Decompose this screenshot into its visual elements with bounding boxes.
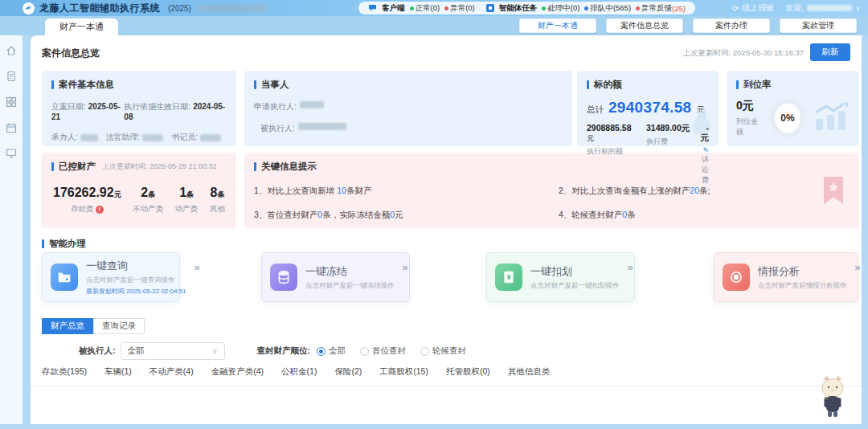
executee-label: 被执行人: — [79, 345, 116, 357]
chevron-double-icon: » — [194, 261, 200, 273]
last-update-info: 上次更新时间: 2025-05-30 15:16:37 — [683, 48, 805, 59]
one-click-query-label: 一键查询 — [86, 259, 186, 273]
tip-item-2: 2、对比上次查询金额有上涨的财产20条; — [559, 186, 849, 197]
category-row: 存款类(195) 车辆(1) 不动产类(4) 金融资产类(4) 公积金(1) 保… — [42, 366, 550, 378]
folder-icon — [51, 264, 78, 291]
filter-row: 被执行人: 全部 ∨ 查封财产顺位: 全部 首位查封 轮候查封 — [79, 342, 466, 360]
controlled-update-time: 上次更新时间: 2025-05-29 21:00:32 — [102, 161, 217, 172]
assistant-mascot[interactable] — [815, 374, 850, 421]
redacted-case-number — [196, 5, 267, 12]
seal-order-radios: 全部 首位查封 轮候查封 — [317, 345, 466, 357]
category-financial-assets[interactable]: 金融资产类(4) — [211, 366, 264, 378]
intel-analysis-card[interactable]: 情报分析 点击对财产发起情报分析操作 » — [714, 252, 858, 302]
intel-analysis-label: 情报分析 — [758, 264, 847, 279]
movable-stat: 1条 动产类 — [175, 186, 199, 214]
alert-icon: ! — [96, 206, 104, 214]
chevron-double-icon: » — [628, 261, 633, 273]
pencil-icon: ✎ — [702, 146, 709, 154]
refresh-button[interactable]: 刷新 — [810, 43, 850, 61]
nav-case-funds-button[interactable]: 案款管理 — [780, 18, 857, 33]
welcome-label: 欢迎, — [785, 2, 804, 14]
trend-chart-icon — [813, 101, 849, 135]
lawsuit-fee-stat: -元 ✎ 诉讼费 — [699, 123, 709, 186]
top-right-menu: ⟳ 线上报修 欢迎, ∨ — [732, 0, 860, 16]
divider — [31, 386, 862, 386]
tab-property-passbook[interactable]: 财产一本通 — [45, 18, 118, 35]
tip-item-3: 3、首位查封财产0条，实际冻结金额0元 — [254, 210, 559, 221]
one-click-freeze-card[interactable]: 一键冻结 点击对财产发起一键冻结操作 » — [261, 252, 410, 302]
category-housing-fund[interactable]: 公积金(1) — [281, 366, 317, 378]
app-root: 龙藤人工智能辅助执行系统 (2025) 客户端 正常(0) 异常(0) 智能体任… — [0, 0, 868, 429]
one-click-query-time: 最新发起时间 2025-05-22 02:04:51 — [86, 287, 186, 296]
top-bar: 龙藤人工智能辅助执行系统 (2025) 客户端 正常(0) 异常(0) 智能体任… — [0, 0, 868, 16]
key-tips-title: 关键信息提示 — [254, 161, 849, 173]
sidebar-item-calendar[interactable] — [6, 122, 17, 133]
total-amount-value: 2940374.58 — [608, 99, 691, 116]
case-basic-info-title: 案件基本信息 — [51, 79, 227, 91]
one-click-query-desc: 点击对财产发起一键查询操作 — [86, 276, 186, 285]
sidebar-item-apps[interactable] — [6, 96, 17, 108]
status-pill: 客户端 正常(0) 异常(0) 智能体任务 处理中(0) 排队中(565) 异常… — [358, 2, 695, 14]
assistant-label: 法官助理: — [106, 133, 141, 141]
seal-order-label: 查封财产顺位: — [257, 345, 311, 357]
smart-handling-title: 智能办理 — [42, 238, 86, 250]
category-realestate[interactable]: 不动产类(4) — [149, 366, 194, 378]
tab-query-records[interactable]: 查询记录 — [93, 318, 145, 334]
nav-case-overview-button[interactable]: 案件信息总览 — [606, 18, 683, 33]
radio-all[interactable]: 全部 — [317, 345, 346, 357]
controlled-property-title: 已控财产 — [51, 161, 96, 173]
one-click-deduct-label: 一键扣划 — [530, 264, 620, 279]
category-custody-equity[interactable]: 托管股权(0) — [446, 366, 490, 378]
arrival-rate-title: 到位率 — [736, 79, 849, 91]
handler-label: 承办人: — [51, 133, 78, 141]
redacted-respondent — [298, 123, 346, 130]
controlled-property-card: 已控财产 上次更新时间: 2025-05-29 21:00:32 176262.… — [42, 153, 236, 228]
redacted-clerk — [200, 134, 221, 141]
case-year: (2025) — [168, 4, 191, 13]
realestate-stat: 2条 不动产类 — [133, 186, 163, 214]
chevron-down-icon: ∨ — [212, 347, 218, 355]
executee-select[interactable]: 全部 ∨ — [121, 342, 225, 360]
category-other-info[interactable]: 其他信息类 — [508, 366, 551, 378]
case-basic-info-card: 案件基本信息 立案日期:2025-05-21 执行依据生效日期:2024-05-… — [42, 71, 236, 146]
brand: 龙藤人工智能辅助执行系统 (2025) — [0, 2, 267, 15]
category-insurance[interactable]: 保险(2) — [334, 366, 362, 378]
parties-title: 当事人 — [254, 79, 563, 91]
category-deposit[interactable]: 存款类(195) — [42, 366, 87, 378]
nav-buttons: 财产一本通 案件信息总览 案件办理 案款管理 — [519, 18, 857, 33]
respondent-label: 被执行人: — [260, 123, 295, 134]
one-click-deduct-card[interactable]: ¥ 一键扣划 点击对财产发起一键扣划操作 » — [486, 252, 635, 302]
one-click-freeze-label: 一键冻结 — [305, 264, 395, 279]
online-repair-link[interactable]: ⟳ 线上报修 — [732, 2, 774, 14]
bottom-tabs: 财产总览 查询记录 — [42, 318, 145, 334]
arrival-rate-donut: 0% — [770, 99, 805, 137]
sidebar-item-monitor[interactable] — [6, 148, 17, 159]
agent-processing-status: 处理中(0) — [542, 3, 579, 14]
app-logo-icon — [23, 2, 35, 14]
agent-status-label: 智能体任务 — [499, 3, 538, 14]
database-icon — [270, 264, 297, 291]
chevron-double-icon: » — [855, 261, 861, 273]
clerk-label: 书记员: — [171, 133, 198, 141]
tab-property-overview[interactable]: 财产总览 — [42, 318, 93, 334]
one-click-freeze-desc: 点击对财产发起一键冻结操作 — [305, 281, 395, 291]
sidebar-item-document[interactable] — [6, 71, 17, 82]
sidebar-item-home[interactable] — [6, 45, 17, 56]
nav-property-passbook-button[interactable]: 财产一本通 — [519, 18, 596, 33]
category-vehicle[interactable]: 车辆(1) — [104, 366, 132, 378]
category-business-equity[interactable]: 工商股权(15) — [379, 366, 428, 378]
target-amount-card: 标的额 总计 2940374.58 元 2908885.58元 执行标的额 31… — [577, 71, 719, 146]
target-icon — [723, 264, 750, 291]
tab-strip: 财产一本通 财产一本通 案件信息总览 案件办理 案款管理 — [0, 16, 868, 35]
effective-date-label: 执行依据生效日期: — [124, 102, 190, 111]
chevron-down-icon: ∨ — [855, 5, 860, 12]
one-click-query-card[interactable]: 一键查询 点击对财产发起一键查询操作 最新发起时间 2025-05-22 02:… — [42, 252, 180, 302]
radio-first-seal[interactable]: 首位查封 — [360, 345, 406, 357]
chevron-double-icon: » — [403, 261, 408, 273]
nav-case-handling-button[interactable]: 案件办理 — [693, 18, 770, 33]
agent-feedback-status: 异常反馈(25) — [636, 3, 686, 14]
redacted-assistant — [142, 134, 163, 141]
user-menu[interactable]: 欢迎, ∨ — [785, 2, 860, 14]
radio-waiting-seal[interactable]: 轮候查封 — [420, 345, 466, 357]
filing-date-label: 立案日期: — [51, 102, 86, 111]
